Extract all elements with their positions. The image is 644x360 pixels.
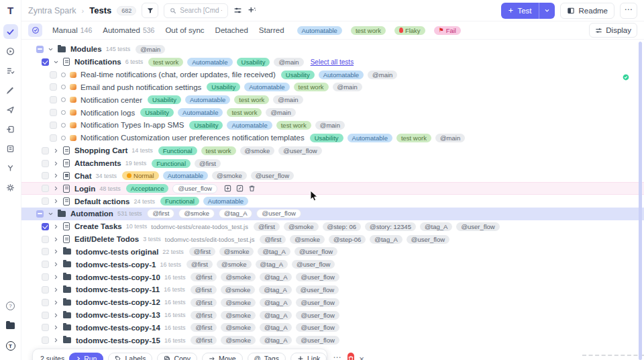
- row-tag-pill[interactable]: @user_flow: [407, 235, 449, 244]
- tree-row[interactable]: todomvc-tests-copy-1016 tests@first@smok…: [21, 271, 644, 283]
- sidebar-item-theme[interactable]: T: [3, 339, 18, 353]
- row-tag-pill[interactable]: @main: [435, 134, 465, 142]
- chevron-right-icon[interactable]: [53, 161, 60, 167]
- row-tag-pill[interactable]: @user_flow: [256, 209, 301, 218]
- sidebar-item-settings[interactable]: [3, 180, 18, 195]
- row-checkbox[interactable]: [36, 46, 44, 53]
- row-tag-pill[interactable]: Automatable: [203, 197, 248, 206]
- new-test-button[interactable]: Test: [501, 3, 554, 19]
- labels-button[interactable]: Labels: [108, 353, 152, 360]
- row-tag-pill[interactable]: @main: [273, 95, 303, 104]
- move-button[interactable]: Move: [202, 353, 243, 360]
- row-tag-pill[interactable]: Usability: [237, 58, 270, 66]
- row-tag-pill[interactable]: @tag_A: [260, 336, 292, 345]
- row-checkbox[interactable]: [42, 147, 49, 154]
- row-tag-pill[interactable]: @smoke: [221, 336, 256, 345]
- row-tag-pill[interactable]: @first: [260, 235, 286, 244]
- row-tag-pill[interactable]: @first: [191, 285, 217, 294]
- row-tag-pill[interactable]: @user_flow: [296, 273, 339, 281]
- row-checkbox[interactable]: [42, 336, 49, 344]
- row-tag-pill[interactable]: @smoke: [221, 311, 256, 320]
- row-tag-pill[interactable]: Usability: [140, 108, 174, 117]
- row-tag-pill[interactable]: @smoke: [221, 285, 256, 294]
- row-checkbox[interactable]: [42, 261, 49, 268]
- row-tag-pill[interactable]: test work: [234, 95, 269, 104]
- row-tag-pill[interactable]: Automatable: [244, 83, 289, 91]
- row-tag-pill[interactable]: Automatable: [185, 95, 230, 104]
- row-tag-pill[interactable]: test work: [396, 134, 431, 142]
- link-button[interactable]: Link: [290, 353, 327, 360]
- header-more-button[interactable]: ⋯: [620, 3, 637, 19]
- row-tag-pill[interactable]: test work: [148, 58, 183, 66]
- row-checkbox[interactable]: [42, 312, 49, 319]
- row-checkbox[interactable]: [42, 248, 49, 255]
- row-tag-pill[interactable]: @smoke: [221, 273, 256, 281]
- row-tag-pill[interactable]: @user_flow: [296, 311, 339, 320]
- chevron-right-icon[interactable]: [53, 300, 60, 306]
- row-tag-pill[interactable]: @smoke: [212, 171, 247, 180]
- row-tag-pill[interactable]: @smoke: [240, 146, 275, 155]
- tree-row[interactable]: todomvc-tests-copy-1116 tests@first@smok…: [21, 283, 644, 296]
- row-tag-pill[interactable]: @tag_A: [420, 222, 452, 231]
- row-checkbox[interactable]: [36, 210, 44, 218]
- tree-row[interactable]: Notification centerUsabilityAutomatablet…: [21, 93, 644, 106]
- sidebar-item-help[interactable]: ?: [3, 298, 18, 313]
- row-checkbox[interactable]: [50, 134, 57, 142]
- row-tag-pill[interactable]: @first: [191, 311, 217, 320]
- ai-sparkle-icon[interactable]: [248, 6, 256, 15]
- row-checkbox[interactable]: [50, 109, 57, 116]
- row-tag-pill[interactable]: @smoke: [221, 298, 256, 307]
- row-tag-pill[interactable]: @first: [189, 247, 215, 256]
- tree-row[interactable]: Email and push notification settingsUsab…: [21, 81, 644, 94]
- tags-button[interactable]: @Tags: [248, 353, 286, 360]
- filter-tag-pill[interactable]: Flaky: [394, 26, 425, 35]
- row-tag-pill[interactable]: @user_flow: [296, 323, 339, 332]
- row-tag-pill[interactable]: @story: 12345: [365, 222, 416, 231]
- chevron-right-icon[interactable]: [53, 324, 60, 330]
- filter-automated[interactable]: Automated536: [103, 26, 154, 34]
- row-checkbox[interactable]: [42, 58, 49, 66]
- tree-row[interactable]: Notification Customization user preferen…: [21, 132, 644, 144]
- selection-count-link[interactable]: 2 suites: [40, 355, 64, 360]
- row-tag-pill[interactable]: Acceptance: [126, 184, 169, 193]
- filter-funnel-button[interactable]: [142, 3, 158, 18]
- row-tag-pill[interactable]: @smoke: [221, 323, 256, 332]
- select-all-tests-link[interactable]: Select all tests: [311, 58, 354, 66]
- chevron-right-icon[interactable]: [53, 224, 60, 230]
- row-tag-pill[interactable]: @tag_A: [370, 235, 402, 244]
- tree-row[interactable]: Modules145 tests@main: [21, 43, 644, 56]
- row-tag-pill[interactable]: @first: [191, 323, 217, 332]
- row-tag-pill[interactable]: @first: [186, 260, 213, 269]
- row-checkbox[interactable]: [42, 273, 49, 281]
- tree-row[interactable]: Chat34 testsNormalAutomatable@smoke@user…: [21, 169, 644, 182]
- filter-manual[interactable]: Manual146: [52, 26, 92, 34]
- filter-starred[interactable]: Starred: [259, 26, 284, 34]
- row-checkbox[interactable]: [42, 160, 49, 167]
- row-tag-pill[interactable]: Usability: [148, 95, 181, 104]
- row-tag-pill[interactable]: @smoke: [290, 235, 325, 244]
- chevron-right-icon[interactable]: [53, 249, 60, 255]
- row-tag-pill[interactable]: test work: [294, 83, 329, 91]
- row-tag-pill[interactable]: @smoke: [284, 222, 319, 231]
- row-tag-pill[interactable]: @main: [136, 45, 165, 54]
- row-checkbox[interactable]: [42, 299, 49, 306]
- bulk-more-button[interactable]: ⋯: [331, 353, 343, 360]
- search-box[interactable]: [164, 3, 228, 18]
- filter-detached[interactable]: Detached: [215, 26, 248, 34]
- breadcrumb-project[interactable]: Zyntra Spark: [28, 6, 76, 15]
- row-tag-pill[interactable]: test work: [227, 108, 262, 117]
- tree-row[interactable]: todomvc-tests-copy-1516 tests@first@smok…: [21, 334, 644, 347]
- new-test-dropdown[interactable]: [539, 3, 555, 19]
- row-tag-pill[interactable]: @user_flow: [292, 260, 335, 269]
- tree-row[interactable]: Shopping Cart14 testsFunctionaltest work…: [21, 144, 644, 157]
- readme-button[interactable]: Readme: [560, 3, 614, 19]
- row-tag-pill[interactable]: test work: [276, 121, 311, 130]
- sidebar-item-files[interactable]: [3, 318, 18, 333]
- tree-row[interactable]: Default actions24 testsFunctionalAutomat…: [21, 195, 644, 208]
- row-tag-pill[interactable]: @first: [254, 222, 280, 231]
- row-tag-pill[interactable]: @first: [191, 298, 217, 307]
- row-tag-pill[interactable]: Automatable: [319, 71, 364, 79]
- row-tag-pill[interactable]: Automatable: [163, 171, 208, 180]
- sidebar-item-reports[interactable]: [3, 141, 18, 156]
- test-status-circle[interactable]: [61, 97, 66, 102]
